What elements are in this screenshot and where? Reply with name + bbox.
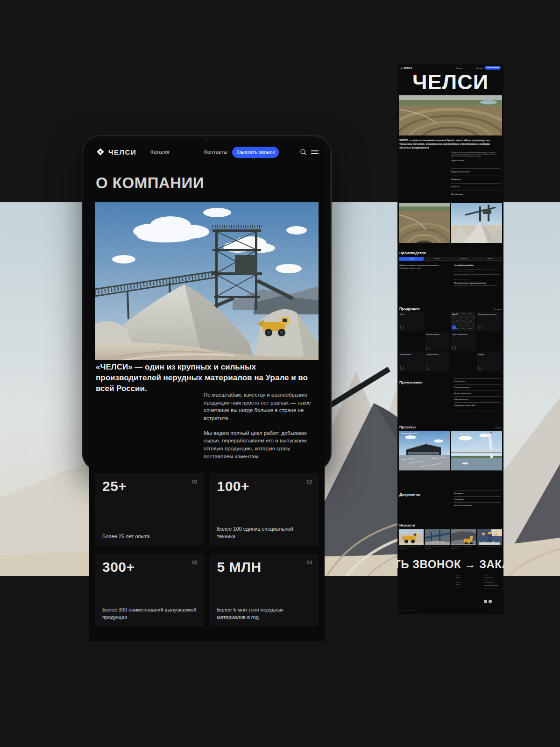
arrow-icon[interactable] <box>478 326 482 329</box>
tab-logistics[interactable]: Логистика <box>477 257 502 261</box>
products-all-link[interactable]: Все продукты <box>494 309 502 310</box>
strip-intro-link[interactable]: Подробнее о компании <box>451 160 464 162</box>
arrow-icon[interactable] <box>452 326 456 329</box>
legal-link[interactable]: Правовая информация <box>490 610 502 611</box>
stat-card[interactable]: 300+ 03 Более 300 наименований выпускаем… <box>95 554 204 626</box>
document-row[interactable]: Декларации <box>454 490 501 496</box>
search-icon[interactable] <box>300 149 307 156</box>
news-image-conveyor <box>425 529 450 545</box>
application-row[interactable]: Строительство дорог <box>454 384 501 391</box>
news-card[interactable]: Карьерные самосвалы вышли на новый участ… <box>399 529 424 551</box>
about-paragraphs: По масштабам, качеству и разнообразию пр… <box>204 391 312 460</box>
arrow-icon[interactable] <box>400 326 404 329</box>
production-tabs: Обзор Мощности Переработка Логистика <box>399 257 502 261</box>
arrow-icon[interactable] <box>478 366 482 370</box>
product-card-curbs[interactable]: Бордюры <box>477 352 502 371</box>
footer-socials: VK TG <box>484 600 492 603</box>
stats-grid: 25+ 01 Более 25 лет опыта 100+ 02 Более … <box>95 473 319 626</box>
application-row[interactable]: Производство бетона и ЖБИ <box>454 402 501 408</box>
application-row[interactable]: Строительство <box>454 378 501 384</box>
arrow-icon[interactable] <box>426 346 430 349</box>
footer-link[interactable]: Каталог <box>456 578 479 579</box>
news-title: Новости <box>399 523 415 527</box>
product-card-sand[interactable]: Песок <box>399 312 424 331</box>
document-row[interactable]: Сертификаты <box>454 496 501 502</box>
news-card[interactable]: Дробильный комплекс увеличил мощность пе… <box>425 529 450 551</box>
menu-icon[interactable] <box>311 150 319 156</box>
footer-link[interactable]: Продукция <box>456 582 479 583</box>
production-col-heading: Челябоблснабсбыт <box>454 264 501 266</box>
news-caption: Дробильный комплекс увеличил мощность пе… <box>425 546 450 549</box>
cta-marquee[interactable]: ТЬ ЗВОНОК → ЗАКАЗАТЬ ЗВ <box>397 558 503 571</box>
stat-card[interactable]: 100+ 02 Более 100 единиц специальной тех… <box>210 473 319 546</box>
production-col-text: Развиваем месторождения Челябинской обла… <box>454 285 501 288</box>
social-vk-icon[interactable]: VK <box>484 600 487 603</box>
stat-card[interactable]: 5 МЛН 04 Более 5 млн тонн нерудных матер… <box>210 554 319 626</box>
application-title: Применение <box>399 380 422 384</box>
about-heading: «ЧЕЛСИ» — один из крупных и сильных прои… <box>96 362 316 394</box>
footer-link[interactable]: Главная <box>456 577 479 578</box>
application-row[interactable]: Частное строительство <box>454 391 501 397</box>
strip-hero-title: ЧЕЛСИ <box>397 71 503 92</box>
about-hero-image <box>95 202 319 360</box>
feature-row[interactable]: Полный цикл <box>451 191 501 198</box>
application-row[interactable]: Ж/Д строительство <box>454 396 501 402</box>
stat-value: 100+ <box>217 478 250 494</box>
product-card-paving[interactable]: Тротуарная плитка <box>425 352 450 371</box>
footer-phone[interactable]: +7 (351) 729-99-00 <box>484 577 503 578</box>
product-label: Тротуарная плитка <box>426 354 439 356</box>
stat-value: 300+ <box>102 559 135 575</box>
news-caption: Сотрудники прошли обучение по охране тру… <box>477 546 502 548</box>
footer-link[interactable]: Новости <box>456 585 479 586</box>
arrow-icon[interactable] <box>452 346 456 349</box>
arrow-icon[interactable] <box>426 366 430 370</box>
site-logo[interactable]: ЧЕЛСИ <box>96 147 136 157</box>
production-col-link[interactable]: Подробнее о производстве <box>454 278 501 280</box>
gallery-image-plant <box>451 203 502 243</box>
project-card-bridge[interactable]: Мост Влюбленных <box>451 431 502 470</box>
news-date: 25 мая 2023 <box>477 548 502 549</box>
news-image-workers <box>477 529 502 545</box>
news-card[interactable]: Сотрудники прошли обучение по охране тру… <box>477 529 502 551</box>
tab-processing[interactable]: Переработка <box>451 257 476 261</box>
project-card-expo[interactable]: Екатеринбург-ЭКСПО <box>399 431 450 470</box>
footer-link[interactable]: Документы <box>456 587 479 588</box>
news-card[interactable]: Отгрузка щебня крупных фракций идет с оп… <box>451 529 476 551</box>
product-card-blocks[interactable]: Бетонные камни <box>399 352 424 371</box>
footer-address: ул. Монтажников, 10 <box>484 582 503 583</box>
tab-overview[interactable]: Обзор <box>399 257 424 261</box>
product-label: Смеси щебеночно-песчаные <box>478 313 497 315</box>
footer-link[interactable]: Проекты <box>456 584 479 585</box>
feature-row[interactable]: Качество <box>451 183 501 191</box>
call-order-button[interactable]: Заказать звонок <box>232 147 279 158</box>
strip-hero-image <box>399 95 502 135</box>
project-caption: Мост Влюбленных <box>453 433 469 434</box>
footer-link[interactable]: Производство <box>456 580 479 581</box>
strip-nav-contacts[interactable]: Контакты <box>476 67 483 69</box>
product-label: Бетонные камни <box>400 354 411 356</box>
presentation-canvas: ЧЕЛСИ Каталог Контакты Заказать звонок Ч… <box>0 0 560 747</box>
arrow-icon[interactable] <box>400 366 404 370</box>
projects-all-link[interactable]: Все проекты <box>495 427 502 429</box>
application-note: Поставляем нерудные материалы для объект… <box>454 410 501 412</box>
strip-nav-catalog[interactable]: Каталог <box>456 67 462 69</box>
product-card-mixes[interactable]: Смеси щебеночно-песчаные <box>477 312 502 331</box>
nav-contacts[interactable]: Контакты <box>204 149 227 155</box>
product-card-crushed-stone[interactable]: Щебень <box>451 312 475 331</box>
feature-row[interactable]: Продукция <box>451 176 501 183</box>
stat-card[interactable]: 25+ 01 Более 25 лет опыта <box>95 473 204 546</box>
stat-label: Более 100 единиц специальной техники <box>217 526 312 540</box>
feature-row[interactable]: Ведущий поставщик <box>451 168 501 176</box>
stat-value: 5 МЛН <box>217 559 262 575</box>
document-row[interactable]: Экспертные заключения <box>454 502 501 508</box>
page-title: О КОМПАНИИ <box>96 174 204 192</box>
social-telegram-icon[interactable]: TG <box>489 600 492 603</box>
strip-call-button[interactable]: Заказать звонок <box>485 66 501 70</box>
footer-email[interactable]: info@chelsi.ru <box>484 578 503 579</box>
about-paragraph: По масштабам, качеству и разнообразию пр… <box>204 391 312 422</box>
strip-logo[interactable]: ЧЕЛСИ <box>400 67 412 70</box>
product-card-bitumen[interactable]: Битумные эмульсии <box>425 332 450 351</box>
product-card-pipes[interactable]: Трубы железобетонные <box>451 332 475 351</box>
tab-capacity[interactable]: Мощности <box>425 257 450 261</box>
nav-catalog[interactable]: Каталог <box>150 149 170 155</box>
